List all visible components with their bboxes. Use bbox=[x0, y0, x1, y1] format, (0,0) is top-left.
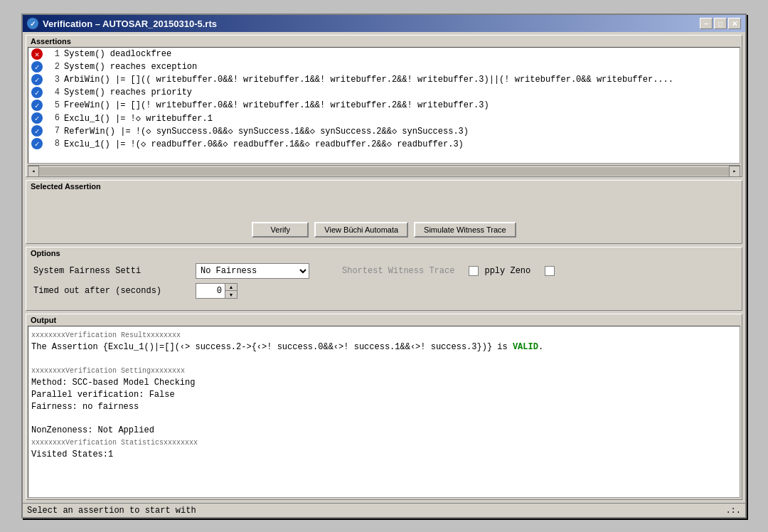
assertion-row[interactable]: ✓2System() reaches exception bbox=[28, 60, 740, 73]
assertion-number: 4 bbox=[46, 87, 60, 97]
apply-zeno-label: pply Zeno bbox=[484, 266, 530, 276]
options-content: System Fairness Setti No FairnessWeak Fa… bbox=[26, 259, 742, 303]
output-text-area[interactable]: xxxxxxxxVerification Resultxxxxxxxx The … bbox=[28, 326, 740, 498]
close-button[interactable]: ✕ bbox=[728, 18, 741, 29]
assertion-text: System() reaches exception bbox=[64, 62, 197, 72]
title-bar: ✓ Verification – AUTOSAR_20150310-5.rts … bbox=[23, 15, 745, 32]
simulate-button[interactable]: Simulate Witness Trace bbox=[414, 222, 516, 238]
assertion-row[interactable]: ✓4System() reaches priority bbox=[28, 86, 740, 99]
spinner-buttons: ▲ ▼ bbox=[225, 284, 237, 298]
scroll-left-button[interactable]: ◂ bbox=[28, 166, 39, 177]
output-header-line: xxxxxxxxVerification Resultxxxxxxxx bbox=[31, 331, 181, 339]
output-content: xxxxxxxxVerification Resultxxxxxxxx The … bbox=[28, 326, 740, 498]
assertion-text: System() deadlockfree bbox=[64, 49, 171, 59]
assertion-number: 6 bbox=[46, 113, 60, 123]
assertion-icon: ✓ bbox=[31, 74, 43, 85]
assertion-number: 7 bbox=[46, 126, 60, 136]
assertions-section: Assertions ✕1System() deadlockfree✓2Syst… bbox=[26, 35, 742, 177]
assertions-list-wrapper: ✕1System() deadlockfree✓2System() reache… bbox=[28, 47, 740, 164]
restore-button[interactable]: □ bbox=[714, 18, 727, 29]
selected-assertion-content: Verify View Büchi Automata Simulate Witn… bbox=[26, 192, 742, 243]
assertion-row[interactable]: ✓5FreeWin() |= [](! writebuffer.0&&! wri… bbox=[28, 99, 740, 112]
verify-button[interactable]: Verify bbox=[252, 222, 309, 238]
assertion-icon: ✓ bbox=[31, 100, 43, 111]
assertion-row[interactable]: ✓6Exclu_1() |= !◇ writebuffer.1 bbox=[28, 112, 740, 124]
app-icon: ✓ bbox=[27, 18, 38, 29]
spinner-up-button[interactable]: ▲ bbox=[225, 284, 237, 291]
assertion-row[interactable]: ✕1System() deadlockfree bbox=[28, 48, 740, 60]
timeout-label: Timed out after (seconds) bbox=[33, 286, 190, 296]
status-message: Select an assertion to start with bbox=[27, 506, 196, 516]
assertion-number: 8 bbox=[46, 139, 60, 149]
assertion-row[interactable]: ✓8Exclu_1() |= !(◇ readbuffer.0&&◇ readb… bbox=[28, 137, 740, 150]
options-section: Options System Fairness Setti No Fairnes… bbox=[26, 247, 742, 311]
horizontal-scrollbar: ◂ ▸ bbox=[28, 165, 740, 176]
assertion-icon: ✓ bbox=[31, 61, 43, 73]
fairness-label: System Fairness Setti bbox=[33, 266, 190, 276]
output-header-line: xxxxxxxxVerification Statisticsxxxxxxxx bbox=[31, 439, 198, 447]
assertion-icon: ✕ bbox=[31, 48, 43, 60]
timeout-input[interactable] bbox=[196, 284, 225, 298]
status-bar: Select an assertion to start with .:. bbox=[23, 503, 745, 517]
spinner-down-button[interactable]: ▼ bbox=[225, 291, 237, 298]
selected-assertion-section: Selected Assertion Verify View Büchi Aut… bbox=[26, 180, 742, 244]
assertion-number: 3 bbox=[46, 75, 60, 85]
assertions-list[interactable]: ✕1System() deadlockfree✓2System() reache… bbox=[28, 47, 740, 164]
title-bar-left: ✓ Verification – AUTOSAR_20150310-5.rts bbox=[27, 18, 217, 29]
assertion-icon: ✓ bbox=[31, 112, 43, 124]
minimize-button[interactable]: – bbox=[700, 18, 713, 29]
assertion-text: FreeWin() |= [](! writebuffer.0&&! write… bbox=[64, 100, 489, 110]
assertion-text: ReferWin() |= !(◇ synSuccess.0&&◇ synSuc… bbox=[64, 126, 469, 137]
fairness-row: System Fairness Setti No FairnessWeak Fa… bbox=[33, 263, 735, 279]
options-section-title: Options bbox=[26, 248, 742, 259]
fairness-select[interactable]: No FairnessWeak FairnessStrong Fairness bbox=[196, 263, 309, 279]
scroll-track bbox=[39, 167, 729, 176]
assertion-icon: ✓ bbox=[31, 138, 43, 149]
main-window: ✓ Verification – AUTOSAR_20150310-5.rts … bbox=[21, 14, 747, 518]
assertion-number: 1 bbox=[46, 49, 60, 59]
assertion-row[interactable]: ✓3ArbiWin() |= [](( writebuffer.0&&! wri… bbox=[28, 73, 740, 86]
assertion-icon: ✓ bbox=[31, 87, 43, 98]
status-corner: .:. bbox=[725, 506, 741, 516]
assertion-text: Exclu_1() |= !(◇ readbuffer.0&&◇ readbuf… bbox=[64, 139, 464, 149]
assertion-number: 2 bbox=[46, 62, 60, 72]
shortest-trace-label: Shortest Witness Trace bbox=[342, 266, 454, 276]
timeout-spinner: ▲ ▼ bbox=[196, 283, 238, 299]
assertion-number: 5 bbox=[46, 100, 60, 110]
scroll-right-button[interactable]: ▸ bbox=[729, 166, 740, 177]
assertion-text: ArbiWin() |= [](( writebuffer.0&&! write… bbox=[64, 75, 673, 85]
title-bar-buttons: – □ ✕ bbox=[700, 18, 741, 29]
view-buchi-button[interactable]: View Büchi Automata bbox=[314, 222, 408, 238]
output-header-line: xxxxxxxxVerification Settingxxxxxxxx bbox=[31, 367, 185, 375]
selected-assertion-title: Selected Assertion bbox=[26, 181, 742, 192]
assertion-text: System() reaches priority bbox=[64, 87, 192, 97]
output-section: Output xxxxxxxxVerification Resultxxxxxx… bbox=[26, 314, 742, 500]
assertion-text: Exclu_1() |= !◇ writebuffer.1 bbox=[64, 113, 213, 124]
assertion-row[interactable]: ✓7ReferWin() |= !(◇ synSuccess.0&&◇ synS… bbox=[28, 124, 740, 137]
output-section-title: Output bbox=[26, 314, 742, 326]
main-content: Assertions ✕1System() deadlockfree✓2Syst… bbox=[23, 32, 745, 503]
window-title: Verification – AUTOSAR_20150310-5.rts bbox=[43, 18, 217, 29]
valid-badge: VALID bbox=[513, 342, 538, 352]
zeno-checkbox[interactable] bbox=[545, 266, 555, 276]
timeout-row: Timed out after (seconds) ▲ ▼ bbox=[33, 283, 735, 299]
apply-zeno-checkbox[interactable] bbox=[469, 266, 479, 276]
assertions-section-title: Assertions bbox=[26, 36, 742, 47]
assertion-icon: ✓ bbox=[31, 125, 43, 137]
